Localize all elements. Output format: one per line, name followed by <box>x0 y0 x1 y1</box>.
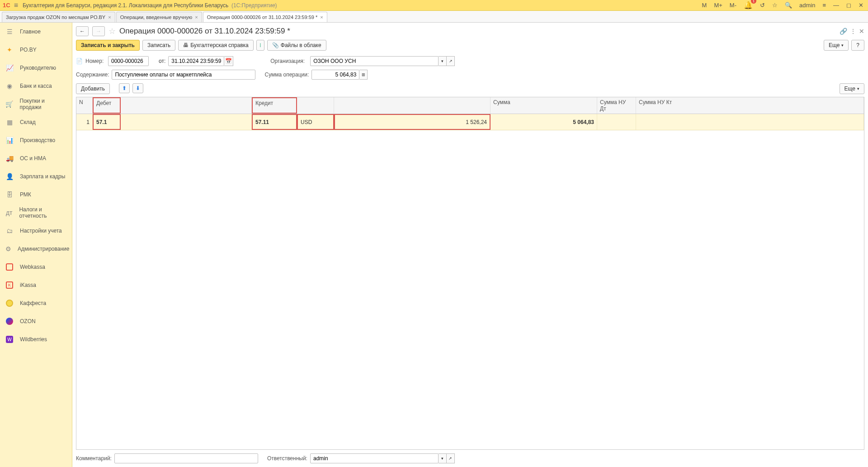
save-close-button[interactable]: Записать и закрыть <box>76 40 140 51</box>
col-currency[interactable] <box>297 97 334 114</box>
wallet-icon: ◉ <box>5 82 14 90</box>
sidebar-item-wildberries[interactable]: WWildberries <box>0 330 72 348</box>
dropdown-icon[interactable]: ▾ <box>439 453 447 463</box>
sidebar: ☰Главное ✦PO.BY 📈Руководителю ◉Банк и ка… <box>0 23 72 467</box>
close-icon[interactable]: × <box>320 14 323 20</box>
close-icon[interactable]: × <box>108 14 111 20</box>
col-credit[interactable]: Кредит <box>252 97 297 114</box>
back-button[interactable]: ← <box>76 26 89 36</box>
accounts-button[interactable]: ⁞ <box>256 40 264 51</box>
sidebar-item-taxes[interactable]: дтНалоги и отчетность <box>0 204 72 222</box>
responsible-label: Ответственный: <box>267 455 307 462</box>
move-down-button[interactable]: ⬇ <box>132 83 143 93</box>
link-icon[interactable]: 🔗 <box>840 28 847 35</box>
sidebar-item-kaffesta[interactable]: Каффеста <box>0 294 72 312</box>
org-input[interactable] <box>310 56 439 66</box>
sidebar-item-ozon[interactable]: OZON <box>0 312 72 330</box>
sidebar-item-warehouse[interactable]: ▦Склад <box>0 113 72 131</box>
memory-m-minus[interactable]: M- <box>728 1 738 10</box>
org-label: Организация: <box>270 58 307 64</box>
report-button[interactable]: 🖶Бухгалтерская справка <box>178 40 254 51</box>
calc-icon[interactable]: ⊞ <box>359 70 368 80</box>
app-title: Бухгалтерия для Беларуси, редакция 2.1. … <box>23 2 277 9</box>
more-vert-icon[interactable]: ⋮ <box>850 28 856 35</box>
col-nu-dt[interactable]: Сумма НУ Дт <box>597 97 636 114</box>
close-icon[interactable]: ✕ <box>859 28 864 35</box>
user-name[interactable]: admin <box>797 1 817 10</box>
close-icon[interactable]: × <box>195 14 198 20</box>
sidebar-item-main[interactable]: ☰Главное <box>0 23 72 41</box>
col-n[interactable]: N <box>76 97 93 114</box>
star-icon: ✦ <box>5 46 14 54</box>
sidebar-item-bank[interactable]: ◉Банк и касса <box>0 77 72 95</box>
help-button[interactable]: ? <box>851 40 864 51</box>
responsible-input[interactable] <box>310 453 439 463</box>
more-button[interactable]: Еще▾ <box>824 40 849 51</box>
col-debit[interactable]: Дебет <box>93 97 121 114</box>
close-window-icon[interactable]: ✕ <box>857 1 865 10</box>
tab-operation-doc[interactable]: Операция 0000-000026 от 31.10.2024 23:59… <box>203 12 327 22</box>
print-icon: 🖶 <box>183 42 189 48</box>
sidebar-item-admin[interactable]: ⚙Администрирование <box>0 240 72 258</box>
col-nu-kt[interactable]: Сумма НУ Кт <box>636 97 864 114</box>
add-button[interactable]: Добавить <box>76 83 110 94</box>
sidebar-item-production[interactable]: 📊Производство <box>0 131 72 149</box>
menu-icon[interactable]: ≡ <box>14 1 18 10</box>
tab-manual-ops[interactable]: Операции, введенные вручную× <box>116 12 202 22</box>
cell-currency[interactable]: USD <box>297 114 334 130</box>
comment-input[interactable] <box>114 453 258 463</box>
dropdown-icon[interactable]: ▾ <box>439 56 447 66</box>
memory-m[interactable]: M <box>700 1 709 10</box>
doc-type-icon[interactable]: 📄 <box>76 58 83 64</box>
forward-button[interactable]: → <box>92 26 105 36</box>
content-input[interactable] <box>112 70 255 80</box>
content-label: Содержание: <box>76 71 109 78</box>
sidebar-item-manager[interactable]: 📈Руководителю <box>0 59 72 77</box>
table-row[interactable]: 1 57.1 57.11 USD 1 526,24 5 064,83 <box>76 114 864 130</box>
grid-icon: ▦ <box>5 118 14 126</box>
settings-icon[interactable]: ≡ <box>821 1 828 10</box>
favorite-button[interactable]: ☆ <box>108 26 116 36</box>
tax-icon: дт <box>5 209 13 217</box>
cell-amount[interactable]: 1 526,24 <box>334 114 491 130</box>
document-title: Операция 0000-000026 от 31.10.2024 23:59… <box>119 27 290 36</box>
save-button[interactable]: Записать <box>142 40 175 51</box>
minimize-icon[interactable]: — <box>831 1 841 10</box>
open-ref-icon[interactable]: ↗ <box>447 56 455 66</box>
production-icon: 📊 <box>5 136 14 144</box>
more-table-button[interactable]: Еще▾ <box>840 83 864 94</box>
cloud-files-button[interactable]: 📎Файлы в облаке <box>267 40 326 51</box>
sidebar-item-hr[interactable]: 👤Зарплата и кадры <box>0 167 72 186</box>
memory-m-plus[interactable]: M+ <box>712 1 724 10</box>
date-input[interactable] <box>168 56 224 66</box>
tab-ozon-load[interactable]: Загрузка продаж OZON по месяцам PO.BY× <box>2 12 115 22</box>
sidebar-item-sales[interactable]: 🛒Покупки и продажи <box>0 95 72 113</box>
notification-count: 1 <box>751 0 756 4</box>
cell-debit[interactable]: 57.1 <box>93 114 121 130</box>
sidebar-item-webkassa[interactable]: Webkassa <box>0 258 72 276</box>
sidebar-item-rmk[interactable]: 🗄РМК <box>0 186 72 204</box>
col-amount[interactable] <box>334 97 491 114</box>
sidebar-item-assets[interactable]: 🚚ОС и НМА <box>0 149 72 167</box>
calendar-icon[interactable]: 📅 <box>224 56 233 66</box>
cell-credit[interactable]: 57.11 <box>252 114 297 130</box>
truck-icon: 🚚 <box>5 154 14 162</box>
wb-icon: W <box>5 335 14 343</box>
pos-icon: 🗄 <box>5 191 14 199</box>
search-icon[interactable]: 🔍 <box>783 1 794 10</box>
history-icon[interactable]: ↺ <box>758 1 767 10</box>
star-icon[interactable]: ☆ <box>770 1 779 10</box>
logo-1c: 1С <box>3 2 10 9</box>
sum-input[interactable] <box>311 70 359 80</box>
sidebar-item-settings[interactable]: 🗂Настройки учета <box>0 222 72 240</box>
col-sum[interactable]: Сумма <box>491 97 597 114</box>
notifications-button[interactable]: 🔔 1 <box>742 0 755 10</box>
col-debit-sub[interactable] <box>121 97 252 114</box>
move-up-button[interactable]: ⬆ <box>119 83 130 93</box>
sidebar-item-poby[interactable]: ✦PO.BY <box>0 41 72 59</box>
cell-debit-sub[interactable] <box>121 114 252 130</box>
sidebar-item-ikassa[interactable]: KiKassa <box>0 276 72 294</box>
number-input[interactable] <box>108 56 149 66</box>
open-ref-icon[interactable]: ↗ <box>447 453 455 463</box>
maximize-icon[interactable]: ◻ <box>844 1 853 10</box>
